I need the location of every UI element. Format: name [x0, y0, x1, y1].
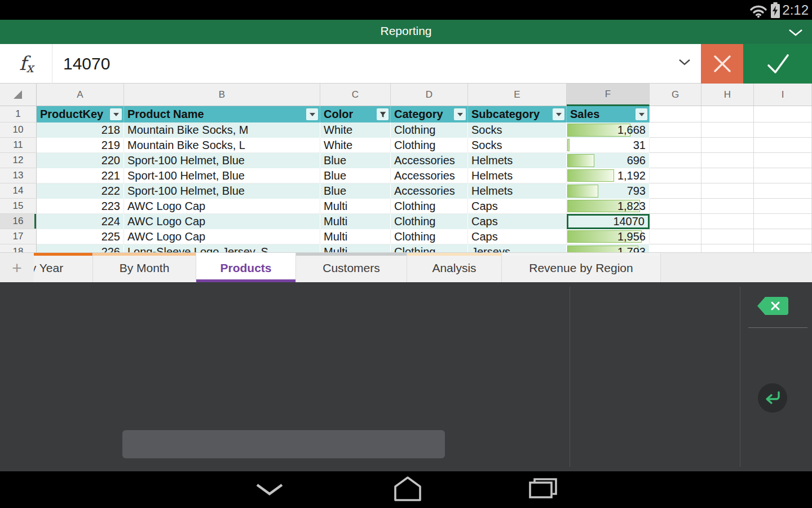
cancel-button[interactable]: [701, 44, 743, 84]
filter-dropdown-icon[interactable]: [454, 108, 466, 120]
cell-subcategory[interactable]: Caps: [468, 229, 567, 244]
column-header-E[interactable]: E: [468, 84, 567, 106]
cell-empty[interactable]: [754, 244, 812, 252]
cell-category[interactable]: Clothing: [391, 229, 468, 244]
column-header-D[interactable]: D: [391, 84, 468, 106]
cell-subcategory[interactable]: Helmets: [468, 183, 567, 199]
row-header-11[interactable]: 11: [0, 138, 37, 153]
row-header-10[interactable]: 10: [0, 122, 37, 138]
cell-sales[interactable]: 1,192: [567, 168, 650, 183]
column-header-A[interactable]: A: [37, 84, 124, 106]
sheet-tab-analysis[interactable]: Analysis: [407, 253, 502, 282]
title-chevron-down-icon[interactable]: [788, 29, 803, 37]
table-header-subcategory[interactable]: Subcategory: [468, 106, 567, 122]
cell-product-name[interactable]: Sport-100 Helmet, Blue: [124, 168, 320, 183]
home-icon[interactable]: [393, 476, 422, 502]
cell-empty[interactable]: [754, 214, 812, 229]
cell-subcategory[interactable]: Socks: [468, 138, 567, 153]
spacebar-key[interactable]: [122, 430, 445, 458]
cell-color[interactable]: Blue: [320, 183, 391, 199]
cell-sales[interactable]: 1,668: [567, 122, 650, 138]
cell-product-name[interactable]: AWC Logo Cap: [124, 199, 320, 214]
filter-dropdown-icon[interactable]: [306, 108, 318, 120]
backspace-icon[interactable]: [756, 295, 789, 317]
enter-key[interactable]: [758, 383, 787, 413]
row-header-1[interactable]: 1: [0, 106, 37, 122]
cell-product-name[interactable]: Long-Sleeve Logo Jersey, S: [124, 244, 320, 252]
column-header-H[interactable]: H: [701, 84, 754, 106]
cell-empty[interactable]: [650, 229, 701, 244]
row-header-16[interactable]: 16: [0, 214, 37, 229]
cell-subcategory[interactable]: Caps: [468, 214, 567, 229]
cell-empty[interactable]: [754, 153, 812, 168]
filter-dropdown-icon[interactable]: [110, 108, 122, 120]
sheet-tab-products[interactable]: Products: [196, 253, 296, 282]
confirm-button[interactable]: [743, 44, 812, 84]
cell-color[interactable]: Multi: [320, 229, 391, 244]
formula-expand-chevron-icon[interactable]: [678, 59, 691, 65]
cell-subcategory[interactable]: Caps: [468, 199, 567, 214]
cell-product-key[interactable]: 219: [37, 138, 124, 153]
cell-sales[interactable]: 1,793: [567, 244, 650, 252]
formula-input[interactable]: 14070: [63, 54, 110, 73]
sheet-tab-customers[interactable]: Customers: [296, 253, 407, 282]
cell-empty[interactable]: [650, 106, 701, 122]
cell-subcategory[interactable]: Socks: [468, 122, 567, 138]
filter-dropdown-icon[interactable]: [636, 108, 647, 120]
cell-empty[interactable]: [701, 122, 754, 138]
select-all-corner[interactable]: [0, 84, 37, 106]
cell-color[interactable]: Multi: [320, 244, 391, 252]
column-header-C[interactable]: C: [320, 84, 391, 106]
table-header-sales[interactable]: Sales: [567, 106, 650, 122]
cell-sales[interactable]: 1,823: [567, 199, 650, 214]
cell-empty[interactable]: [754, 199, 812, 214]
cell-category[interactable]: Clothing: [391, 214, 468, 229]
cell-empty[interactable]: [650, 122, 701, 138]
cell-color[interactable]: Multi: [320, 199, 391, 214]
cell-empty[interactable]: [701, 106, 754, 122]
cell-empty[interactable]: [754, 229, 812, 244]
cell-category[interactable]: Clothing: [391, 138, 468, 153]
cell-empty[interactable]: [650, 138, 701, 153]
cell-sales[interactable]: 793: [567, 183, 650, 199]
filter-funnel-icon[interactable]: [377, 108, 389, 120]
cell-product-key[interactable]: 224: [37, 214, 124, 229]
cell-empty[interactable]: [701, 229, 754, 244]
cell-category[interactable]: Accessories: [391, 168, 468, 183]
cell-product-key[interactable]: 221: [37, 168, 124, 183]
cell-color[interactable]: Blue: [320, 168, 391, 183]
cell-product-key[interactable]: 225: [37, 229, 124, 244]
recent-apps-icon[interactable]: [528, 477, 558, 502]
cell-color[interactable]: Blue: [320, 153, 391, 168]
cell-color[interactable]: White: [320, 138, 391, 153]
row-header-14[interactable]: 14: [0, 183, 37, 199]
cell-product-name[interactable]: Sport-100 Helmet, Blue: [124, 153, 320, 168]
cell-sales[interactable]: 31: [567, 138, 650, 153]
cell-sales[interactable]: 1,956: [567, 229, 650, 244]
cell-empty[interactable]: [650, 244, 701, 252]
row-header-13[interactable]: 13: [0, 168, 37, 183]
sheet-tab-revenue-by-region[interactable]: Revenue by Region: [502, 253, 661, 282]
cell-category[interactable]: Clothing: [391, 244, 468, 252]
cell-empty[interactable]: [701, 168, 754, 183]
cell-subcategory[interactable]: Jerseys: [468, 244, 567, 252]
cell-empty[interactable]: [701, 183, 754, 199]
cell-product-key[interactable]: 218: [37, 122, 124, 138]
cell-empty[interactable]: [650, 199, 701, 214]
cell-product-name[interactable]: AWC Logo Cap: [124, 229, 320, 244]
cell-color[interactable]: White: [320, 122, 391, 138]
selected-cell[interactable]: 14070: [567, 214, 650, 229]
cell-empty[interactable]: [701, 214, 754, 229]
cell-product-name[interactable]: AWC Logo Cap: [124, 214, 320, 229]
cell-product-key[interactable]: 222: [37, 183, 124, 199]
cell-empty[interactable]: [650, 153, 701, 168]
table-header-color[interactable]: Color: [320, 106, 391, 122]
cell-empty[interactable]: [701, 244, 754, 252]
cell-empty[interactable]: [701, 138, 754, 153]
table-header-productkey[interactable]: ProductKey: [37, 106, 124, 122]
cell-category[interactable]: Clothing: [391, 122, 468, 138]
cell-subcategory[interactable]: Helmets: [468, 153, 567, 168]
column-header-F[interactable]: F: [567, 84, 650, 106]
cell-product-key[interactable]: 223: [37, 199, 124, 214]
cell-category[interactable]: Accessories: [391, 183, 468, 199]
